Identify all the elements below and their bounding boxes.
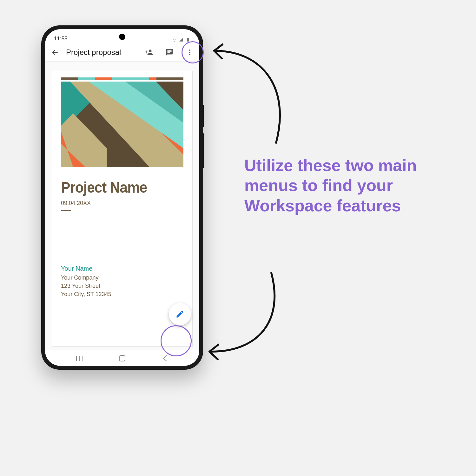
accent-segment	[156, 77, 183, 80]
nav-recents-button[interactable]	[75, 354, 83, 362]
android-nav-bar	[45, 350, 199, 366]
document-viewport[interactable]: Project Name 09.04.20XX Your Name Your C…	[45, 62, 199, 350]
add-collaborator-button[interactable]	[142, 45, 156, 59]
battery-icon	[185, 37, 190, 42]
app-bar: Project proposal	[45, 43, 199, 62]
doc-date: 09.04.20XX	[61, 200, 183, 207]
contact-street: 123 Your Street	[61, 282, 183, 290]
heading-underline	[61, 210, 71, 211]
accent-bar	[61, 77, 183, 80]
callout-arrow-top	[203, 41, 298, 146]
accent-segment	[95, 77, 112, 80]
nav-back-icon	[162, 355, 168, 362]
more-vertical-icon	[186, 49, 194, 56]
accent-segment	[149, 77, 156, 80]
accent-segment	[61, 77, 78, 80]
accent-segment	[78, 77, 95, 80]
svg-point-0	[189, 50, 190, 51]
doc-heading: Project Name	[61, 179, 174, 196]
comments-button[interactable]	[162, 45, 176, 59]
nav-back-button[interactable]	[161, 354, 169, 362]
hero-graphic	[61, 82, 183, 167]
svg-point-1	[189, 52, 190, 53]
phone-camera-cutout	[119, 34, 125, 40]
callout-arrow-bottom	[197, 270, 292, 365]
svg-point-2	[189, 54, 190, 55]
contact-name: Your Name	[61, 265, 183, 272]
add-person-icon	[145, 48, 153, 56]
nav-home-button[interactable]	[118, 354, 126, 362]
status-time: 11:55	[54, 36, 68, 42]
document-page: Project Name 09.04.20XX Your Name Your C…	[52, 71, 192, 346]
wifi-icon	[172, 37, 177, 42]
contact-block: Your Name Your Company 123 Your Street Y…	[61, 265, 183, 298]
accent-segment	[112, 77, 149, 80]
status-icons	[172, 37, 190, 42]
nav-recents-icon	[76, 355, 83, 361]
edit-fab[interactable]	[169, 303, 191, 325]
annotation-text: Utilize these two main menus to find you…	[244, 155, 441, 216]
back-button[interactable]	[50, 45, 60, 59]
nav-home-icon	[119, 355, 126, 362]
phone-mockup: 11:55 Project proposal	[41, 25, 203, 370]
signal-icon	[179, 37, 184, 42]
more-menu-button[interactable]	[183, 45, 197, 59]
contact-company: Your Company	[61, 274, 183, 282]
comment-icon	[165, 48, 174, 56]
svg-rect-11	[119, 355, 125, 361]
back-arrow-icon	[51, 48, 59, 56]
pencil-icon	[175, 310, 184, 319]
document-title-bar[interactable]: Project proposal	[66, 48, 136, 57]
contact-city: Your City, ST 12345	[61, 290, 183, 298]
phone-screen: 11:55 Project proposal	[45, 29, 199, 366]
